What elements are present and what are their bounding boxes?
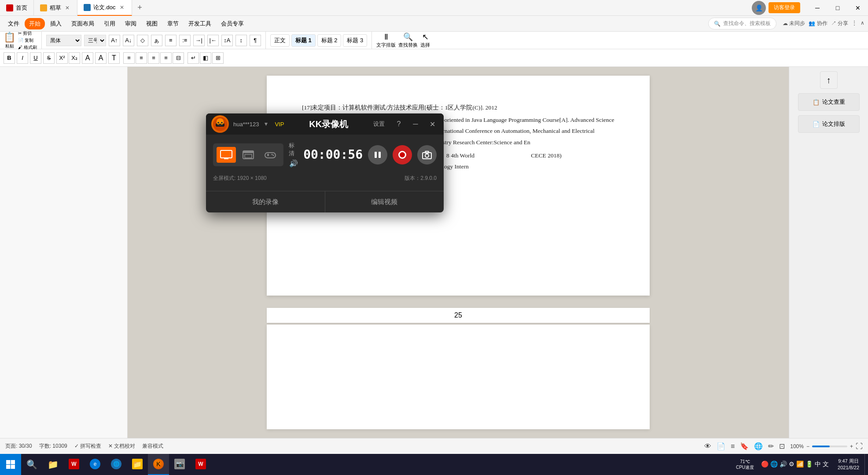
fullscreen-button[interactable]: ⛶ <box>856 442 863 450</box>
taskbar-app-ie[interactable]: 🌐 <box>106 454 127 475</box>
kk-edit-video-button[interactable]: 编辑视频 <box>325 191 444 212</box>
kk-mode-window[interactable] <box>239 147 258 163</box>
show-desktop-button[interactable] <box>864 454 868 475</box>
superscript-button[interactable]: X² <box>56 52 68 64</box>
bookmark-view-btn[interactable]: 🔖 <box>740 442 749 450</box>
kk-close-button[interactable]: ✕ <box>426 118 438 130</box>
copy-button[interactable]: 📄 复制 <box>18 37 37 44</box>
tray-icon-keyboard[interactable]: 中 <box>815 460 821 468</box>
paper-check-button[interactable]: 📋 论文查重 <box>798 93 860 111</box>
indent-increase-button[interactable]: →| <box>193 35 205 46</box>
two-col-button[interactable]: ⊟ <box>173 52 184 64</box>
kk-mode-screen[interactable] <box>217 147 236 163</box>
numbered-list-button[interactable]: :≡ <box>179 35 191 46</box>
web-view-btn[interactable]: 🌐 <box>754 442 763 450</box>
underline-button[interactable]: U <box>30 52 41 64</box>
new-tab-button[interactable]: + <box>132 0 148 16</box>
taskbar-files[interactable]: 📁 <box>42 454 63 475</box>
cut-button[interactable]: ✂ 剪切 <box>18 30 37 37</box>
collab-btn[interactable]: 👥 协作 <box>809 20 827 27</box>
menu-layout[interactable]: 页面布局 <box>67 18 99 29</box>
style-h1[interactable]: 标题 1 <box>291 34 316 47</box>
border-btn[interactable]: ⊞ <box>212 52 224 64</box>
para-spacing-button[interactable]: ¶ <box>250 35 261 46</box>
align-justify-button[interactable]: ≡ <box>160 52 172 64</box>
kk-mode-game[interactable] <box>261 147 280 163</box>
style-h3[interactable]: 标题 3 <box>343 34 367 47</box>
restore-button[interactable]: □ <box>828 0 848 16</box>
crop-btn[interactable]: ⊡ <box>779 442 785 450</box>
phonetic-button[interactable]: ぁ <box>151 35 162 46</box>
font-grow-button[interactable]: A↑ <box>109 35 120 46</box>
menu-file[interactable]: 文件 <box>4 18 24 29</box>
tab-lunwen[interactable]: 论文.doc ✕ <box>77 0 132 16</box>
subscript-button[interactable]: X₂ <box>69 52 80 64</box>
sort-button[interactable]: ↕A <box>221 35 233 46</box>
taskbar-app-wps2[interactable]: W <box>190 454 211 475</box>
search-box[interactable]: 🔍 查找命令、搜索模板 <box>708 18 776 29</box>
indent-decrease-button[interactable]: |← <box>207 35 219 46</box>
kk-settings-button[interactable]: 设置 <box>373 120 385 128</box>
tray-icon-3[interactable]: 🔊 <box>780 460 787 468</box>
bullet-list-button[interactable]: ≡ <box>165 35 177 46</box>
eye-icon[interactable]: 👁 <box>704 442 711 450</box>
tray-icon-1[interactable]: 🔴 <box>761 460 769 468</box>
taskbar-search[interactable]: 🔍 <box>21 454 42 475</box>
shading-btn[interactable]: ◧ <box>200 52 211 64</box>
minimize-button[interactable]: ─ <box>807 0 828 16</box>
increase-indent-btn[interactable]: ↵ <box>188 52 199 64</box>
menu-chapter[interactable]: 章节 <box>163 18 183 29</box>
font-name-select[interactable]: 黑体 <box>46 35 81 46</box>
menu-insert[interactable]: 插入 <box>46 18 66 29</box>
clock[interactable]: 9:47 周日 2021/8/22 <box>832 458 864 471</box>
align-left-button[interactable]: ≡ <box>123 52 135 64</box>
kk-snapshot-button[interactable] <box>417 145 437 164</box>
style-normal[interactable]: 正文 <box>270 34 290 47</box>
menu-vip[interactable]: 会员专享 <box>217 18 248 29</box>
font-size-select[interactable]: 三号 <box>84 35 106 46</box>
tray-icon-5[interactable]: 📶 <box>796 460 804 468</box>
paper-format-button[interactable]: 📄 论文排版 <box>798 115 860 133</box>
taskbar-app-edge[interactable]: e <box>85 454 106 475</box>
line-spacing-button[interactable]: ↕ <box>235 35 247 46</box>
pen-btn[interactable]: ✏ <box>768 442 774 450</box>
menu-dev[interactable]: 开发工具 <box>184 18 216 29</box>
font-shrink-button[interactable]: A↓ <box>123 35 134 46</box>
paste-button[interactable]: 📋 粘贴 <box>4 32 15 49</box>
taskbar-app-kk[interactable]: K <box>148 454 169 475</box>
taskbar-app-wps[interactable]: W <box>63 454 85 475</box>
page-view-btn[interactable]: 📄 <box>717 442 725 450</box>
strikethrough-button[interactable]: S̶ <box>43 52 55 64</box>
zoom-out-button[interactable]: − <box>806 443 809 449</box>
tray-icon-4[interactable]: ⚙ <box>789 460 794 468</box>
tab-close-lunwen[interactable]: ✕ <box>118 4 125 11</box>
kk-my-recordings-button[interactable]: 我的录像 <box>206 191 325 212</box>
tab-daocao[interactable]: 稻草 ✕ <box>34 0 77 16</box>
start-button[interactable] <box>0 454 21 475</box>
kk-dropdown[interactable]: ▼ <box>264 121 269 127</box>
kk-pause-button[interactable] <box>368 145 387 164</box>
collapse-btn[interactable]: ∧ <box>861 20 864 27</box>
tray-icon-ime[interactable]: 文 <box>823 460 829 468</box>
text-box-btn[interactable]: T <box>108 52 120 64</box>
menu-home[interactable]: 开始 <box>25 18 45 29</box>
highlight-btn[interactable]: A <box>95 52 107 64</box>
font-color-btn[interactable]: A <box>82 52 93 64</box>
tab-close-daocao[interactable]: ✕ <box>64 4 71 11</box>
tray-icon-2[interactable]: 🌐 <box>770 460 778 468</box>
clear-format-button[interactable]: ◇ <box>137 35 148 46</box>
taskbar-app-explorer[interactable]: 📁 <box>127 454 148 475</box>
zoom-slider[interactable] <box>812 446 847 447</box>
sync-btn[interactable]: ☁ 未同步 <box>783 20 805 27</box>
more-btn[interactable]: ⋮ <box>852 20 857 27</box>
outline-view-btn[interactable]: ≡ <box>731 442 735 450</box>
login-button[interactable]: 访客登录 <box>769 2 800 13</box>
find-replace-button[interactable]: 🔍 查找替换 <box>398 32 418 48</box>
align-right-button[interactable]: ≡ <box>148 52 159 64</box>
close-button[interactable]: ✕ <box>848 0 868 16</box>
style-h2[interactable]: 标题 2 <box>317 34 342 47</box>
menu-view[interactable]: 视图 <box>142 18 162 29</box>
taskbar-app-unknown1[interactable]: 📷 <box>169 454 190 475</box>
italic-button[interactable]: I <box>17 52 28 64</box>
share-btn[interactable]: ↗ 分享 <box>831 20 848 27</box>
